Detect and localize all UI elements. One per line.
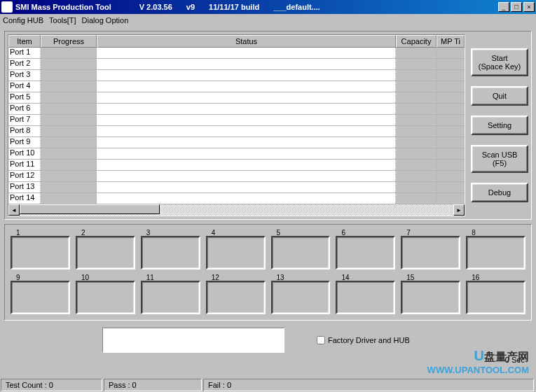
port-slot-13[interactable]: 13	[271, 275, 331, 314]
setting-button[interactable]: Setting	[471, 115, 528, 135]
close-button[interactable]: ×	[523, 2, 535, 12]
menu-dialog[interactable]: Dialog Option	[82, 16, 129, 24]
cell-item: Port 8	[8, 126, 41, 136]
slot-box[interactable]	[206, 281, 266, 314]
slot-box[interactable]	[336, 281, 395, 314]
scroll-thumb[interactable]	[20, 204, 160, 214]
port-slot-4[interactable]: 4	[206, 230, 266, 270]
col-mptime[interactable]: MP Ti	[437, 35, 465, 48]
slot-box[interactable]	[11, 281, 70, 314]
port-slot-6[interactable]: 6	[336, 230, 395, 270]
cell-progress	[41, 126, 97, 136]
cell-capacity	[396, 115, 437, 125]
slot-box[interactable]	[466, 281, 525, 314]
cell-capacity	[396, 59, 437, 69]
table-row[interactable]: Port 8	[8, 126, 465, 137]
col-status[interactable]: Status	[97, 35, 396, 48]
cell-item: Port 3	[8, 70, 41, 80]
table-row[interactable]: Port 10	[8, 148, 465, 160]
cell-capacity	[396, 70, 437, 80]
port-slot-2[interactable]: 2	[76, 230, 135, 270]
cell-status	[97, 137, 396, 148]
port-slot-16[interactable]: 16	[466, 275, 525, 314]
cell-item: Port 2	[8, 59, 41, 69]
table-row[interactable]: Port 12	[8, 171, 465, 182]
slot-box[interactable]	[11, 236, 70, 270]
port-slot-14[interactable]: 14	[336, 275, 395, 314]
slot-box[interactable]	[271, 281, 331, 314]
cell-status	[97, 81, 396, 92]
slot-box[interactable]	[401, 236, 460, 270]
cell-mptime	[437, 137, 465, 148]
slot-box[interactable]	[76, 236, 135, 270]
slot-box[interactable]	[271, 236, 331, 270]
slot-box[interactable]	[206, 236, 266, 270]
cell-capacity	[396, 126, 437, 136]
slot-box[interactable]	[76, 281, 135, 314]
port-slot-7[interactable]: 7	[401, 230, 460, 270]
cell-mptime	[437, 81, 465, 92]
factory-label: Factory Driver and HUB	[328, 336, 410, 344]
slot-label: 15	[406, 274, 414, 281]
port-slot-1[interactable]: 1	[11, 230, 70, 270]
table-row[interactable]: Port 14	[8, 193, 465, 204]
col-capacity[interactable]: Capacity	[396, 35, 437, 48]
factory-checkbox[interactable]: Factory Driver and HUB	[317, 336, 410, 344]
table-row[interactable]: Port 4	[8, 81, 465, 92]
start-button[interactable]: Start (Space Key)	[471, 48, 528, 76]
cell-status	[97, 160, 396, 170]
cell-capacity	[396, 92, 437, 103]
cell-status	[97, 171, 396, 181]
port-slot-5[interactable]: 5	[271, 230, 331, 270]
debug-button[interactable]: Debug	[471, 183, 528, 202]
maximize-button[interactable]: □	[511, 2, 522, 12]
menu-config[interactable]: Config HUB	[3, 16, 43, 24]
slot-box[interactable]	[141, 281, 200, 314]
table-row[interactable]: Port 3	[8, 70, 465, 81]
slot-box[interactable]	[401, 281, 460, 314]
factory-checkbox-input[interactable]	[317, 336, 325, 344]
port-slot-12[interactable]: 12	[206, 275, 266, 314]
col-item[interactable]: Item	[8, 35, 41, 48]
slot-label: 13	[277, 274, 284, 281]
cell-status	[97, 115, 396, 125]
port-slot-11[interactable]: 11	[141, 275, 200, 314]
table-row[interactable]: Port 5	[8, 92, 465, 104]
scroll-right-icon[interactable]: ►	[453, 204, 465, 216]
cell-item: Port 12	[8, 171, 41, 181]
cell-progress	[41, 48, 97, 58]
table-row[interactable]: Port 13	[8, 182, 465, 193]
cell-progress	[41, 70, 97, 80]
app-title: SMI Mass Production Tool	[15, 3, 111, 11]
slot-label: 2	[81, 229, 85, 237]
table-row[interactable]: Port 7	[8, 115, 465, 126]
slot-label: 6	[341, 229, 345, 237]
table-row[interactable]: Port 2	[8, 59, 465, 70]
port-slot-3[interactable]: 3	[141, 230, 200, 270]
slot-label: 9	[16, 274, 20, 281]
slot-label: 12	[212, 274, 219, 281]
cell-item: Port 13	[8, 182, 41, 192]
menu-tools[interactable]: Tools[T]	[49, 16, 76, 24]
slot-box[interactable]	[466, 236, 525, 270]
table-row[interactable]: Port 6	[8, 104, 465, 115]
slot-label: 10	[81, 274, 89, 281]
table-row[interactable]: Port 9	[8, 137, 465, 148]
port-slot-15[interactable]: 15	[401, 275, 460, 314]
col-progress[interactable]: Progress	[41, 35, 97, 48]
slot-box[interactable]	[336, 236, 395, 270]
scroll-left-icon[interactable]: ◄	[8, 204, 20, 216]
cell-progress	[41, 137, 97, 148]
cell-status	[97, 193, 396, 204]
port-slot-10[interactable]: 10	[76, 275, 135, 314]
scan-usb-button[interactable]: Scan USB (F5)	[471, 145, 528, 173]
cell-mptime	[437, 92, 465, 103]
table-row[interactable]: Port 11	[8, 160, 465, 171]
port-slot-8[interactable]: 8	[466, 230, 525, 270]
quit-button[interactable]: Quit	[471, 86, 528, 106]
table-row[interactable]: Port 1	[8, 48, 465, 59]
slot-box[interactable]	[141, 236, 200, 270]
horizontal-scrollbar[interactable]: ◄ ►	[8, 204, 465, 216]
port-slot-9[interactable]: 9	[11, 275, 70, 314]
minimize-button[interactable]: _	[498, 2, 509, 12]
